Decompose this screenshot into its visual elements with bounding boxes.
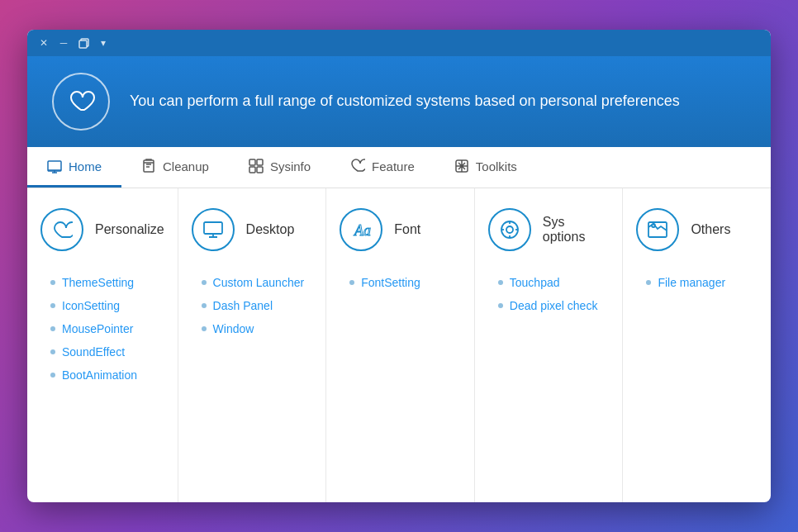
bullet-icon [202,280,207,285]
bullet-icon [50,303,55,308]
bullet-icon [498,303,503,308]
minimize-button[interactable]: ─ [57,36,70,50]
column-sysoptions: Sys options Touchpad Dead pixel check [475,188,624,502]
item-label: FontSetting [361,276,420,289]
dropdown-button[interactable]: ▾ [97,36,110,50]
desktop-title: Desktop [246,222,295,237]
list-item[interactable]: Dash Panel [198,294,313,317]
section-header-sysoptions: Sys options [488,208,610,251]
header: You can perform a full range of customiz… [27,56,771,147]
svg-point-10 [506,226,513,233]
bullet-icon [646,280,651,285]
column-personalize: Personalize ThemeSetting IconSetting Mou… [27,188,178,502]
others-title: Others [691,222,730,237]
svg-rect-6 [257,167,263,173]
svg-rect-5 [249,167,255,173]
personalize-items: ThemeSetting IconSetting MousePointer So… [40,271,164,387]
header-description: You can perform a full range of customiz… [130,91,680,112]
personalize-title: Personalize [95,222,164,237]
tab-toolkits[interactable]: Toolkits [435,147,537,188]
item-label: MousePointer [62,322,133,335]
svg-point-17 [652,224,655,227]
desktop-icon [192,208,235,251]
section-header-desktop: Desktop [192,208,313,251]
bullet-icon [50,373,55,378]
item-label: SoundEffect [62,345,125,359]
tab-feature-label: Feature [372,159,415,173]
list-item[interactable]: Custom Launcher [198,271,313,294]
bullet-icon [498,280,503,285]
bullet-icon [50,280,55,285]
item-label: Touchpad [510,276,560,289]
font-icon: Aa [340,208,382,251]
tab-cleanup-label: Cleanup [163,159,209,173]
section-header-others: Others [636,208,758,251]
column-font: Aa Font FontSetting [326,188,475,502]
tab-home-label: Home [69,159,102,173]
titlebar: ✕ ─ ▾ [27,30,771,56]
header-icon [52,73,110,131]
list-item[interactable]: ThemeSetting [47,271,164,294]
others-icon [636,208,679,251]
list-item[interactable]: MousePointer [47,317,164,340]
svg-rect-1 [48,161,61,171]
list-item[interactable]: IconSetting [47,294,164,317]
item-label: Dash Panel [213,299,273,312]
list-item[interactable]: BootAnimation [47,363,164,387]
item-label: Custom Launcher [213,276,305,289]
column-others: Others File manager [623,188,771,502]
svg-rect-2 [144,160,154,172]
column-desktop: Desktop Custom Launcher Dash Panel Windo… [178,188,327,502]
font-items: FontSetting [340,271,461,294]
close-button[interactable]: ✕ [37,36,50,50]
list-item[interactable]: FontSetting [346,271,461,294]
item-label: IconSetting [62,299,120,312]
bullet-icon [50,326,55,331]
sysoptions-title: Sys options [543,215,610,245]
item-label: ThemeSetting [62,276,134,289]
tab-feature[interactable]: Feature [330,147,435,188]
tab-sysinfo[interactable]: Sysinfo [229,147,330,188]
svg-text:Aa: Aa [354,222,371,239]
restore-button[interactable] [77,36,90,50]
main-content: Personalize ThemeSetting IconSetting Mou… [27,188,771,502]
font-title: Font [394,222,420,237]
list-item[interactable]: Touchpad [495,271,610,294]
desktop-items: Custom Launcher Dash Panel Window [192,271,313,340]
bullet-icon [50,349,55,354]
others-items: File manager [636,271,758,294]
window-controls: ✕ ─ ▾ [37,36,110,50]
list-item[interactable]: File manager [643,271,758,294]
svg-rect-4 [257,159,263,165]
bullet-icon [349,280,354,285]
item-label: File manager [658,276,725,289]
svg-rect-0 [79,40,87,48]
personalize-icon [40,208,83,251]
tab-home[interactable]: Home [27,147,121,188]
list-item[interactable]: Window [198,317,313,340]
tab-toolkits-label: Toolkits [476,159,517,173]
app-window: ✕ ─ ▾ You can perform a full range of cu… [27,30,771,502]
item-label: Dead pixel check [510,299,598,312]
tab-sysinfo-label: Sysinfo [270,159,311,173]
svg-rect-8 [204,222,222,234]
section-header-personalize: Personalize [40,208,164,251]
tab-cleanup[interactable]: Cleanup [121,147,229,188]
svg-rect-3 [249,159,255,165]
item-label: Window [213,322,254,335]
sysoptions-icon [488,208,531,251]
nav-tabs: Home Cleanup Sysinfo Feature [27,147,771,188]
bullet-icon [202,326,207,331]
list-item[interactable]: Dead pixel check [495,294,610,317]
sysoptions-items: Touchpad Dead pixel check [488,271,610,317]
item-label: BootAnimation [62,368,137,382]
bullet-icon [202,303,207,308]
section-header-font: Aa Font [340,208,461,251]
list-item[interactable]: SoundEffect [47,340,164,363]
